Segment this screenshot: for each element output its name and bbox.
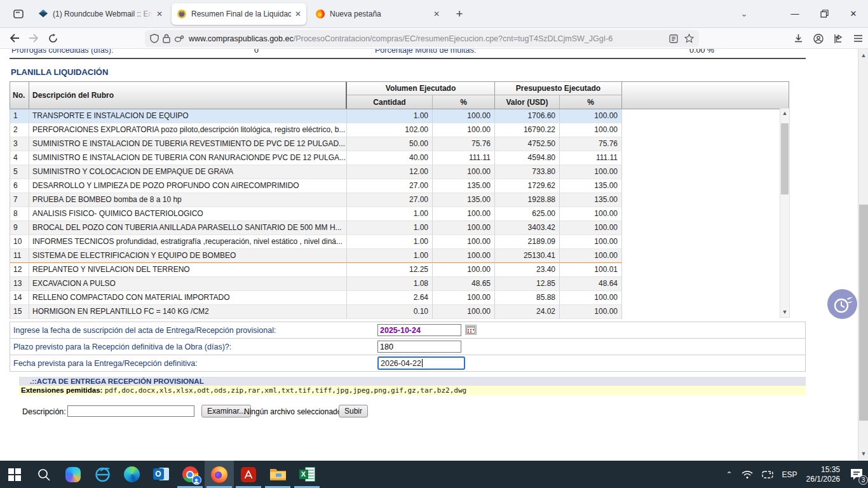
page-scroll-up-icon[interactable]: ▲ [859,51,868,60]
fecha-suscripcion-input[interactable] [377,324,461,336]
reload-icon[interactable] [43,30,62,46]
fecha-prevista-value: 2026-04-22 [381,359,421,368]
table-row[interactable]: 11 SISTEMA DE ELECTRIFICACION Y EQUIPO D… [10,249,789,263]
page-scrollbar-thumb[interactable] [859,205,868,421]
window-close-button[interactable]: ✕ [839,0,868,28]
taskbar-acrobat-icon[interactable] [234,461,263,488]
forward-icon[interactable] [24,30,43,46]
cell-valor-usd: 25130.41 [495,249,560,263]
fecha-prevista-input[interactable]: 2026-04-22 [377,356,465,370]
taskbar-search-icon[interactable] [29,461,58,488]
cell-volumen-pct: 100.00 [433,109,495,123]
cell-presupuesto-pct: 100.00 [560,305,622,319]
tracking-shield-icon[interactable] [150,34,159,43]
lock-icon[interactable] [163,34,170,43]
taskbar-chrome-icon[interactable] [175,461,205,488]
table-row[interactable]: 10 INFORMES TECNICOS profundidad, estrat… [10,235,789,249]
extensions-icon[interactable] [834,34,843,44]
firefox-view-icon[interactable] [8,4,29,24]
tab-title: Nueva pestaña [330,10,430,18]
scroll-up-icon[interactable]: ▲ [780,109,789,118]
plazo-input[interactable] [377,341,461,353]
bookmark-star-icon[interactable] [684,34,694,43]
table-row[interactable]: 6 DESARROLLO Y LIMPIEZA DE POZO PROFUNDO… [10,179,789,193]
tab-close-icon[interactable]: ✕ [433,10,440,18]
taskbar-start-icon[interactable] [0,461,29,488]
cell-volumen-pct: 100.00 [433,249,495,263]
cell-presupuesto-pct: 75.76 [560,137,622,151]
permissions-icon[interactable] [174,35,184,43]
ecuador-favicon-icon [177,9,187,19]
cell-cantidad: 0.10 [347,305,433,319]
browser-tab-bar: (1) Roundcube Webmail :: Entra ✕ Resumen… [0,0,868,28]
cell-descripcion: RELLENO COMPACTADO CON MATERIAL IMPORTAD… [29,291,347,305]
cell-presupuesto-pct: 48.64 [560,277,622,291]
window-minimize-button[interactable]: — [780,0,810,28]
taskbar-edge-icon[interactable] [117,461,146,488]
cell-no: 6 [10,179,29,193]
notifications-icon[interactable]: 3 [849,466,865,483]
cell-descripcion: REPLANTEO Y NIVELACION DEL TERRENO [29,263,347,277]
descripcion-input[interactable] [67,405,194,417]
scroll-down-icon[interactable]: ▼ [780,308,789,317]
cell-cantidad: 1.08 [347,277,433,291]
wifi-icon[interactable] [742,470,753,479]
taskbar-outlook-icon[interactable]: O [146,461,175,488]
subir-button[interactable]: Subir [339,405,368,417]
cell-cantidad: 2.64 [347,291,433,305]
cell-no: 7 [10,193,29,207]
taskbar-internet-explorer-icon[interactable] [88,461,117,488]
table-row[interactable]: 2 PERFORACIONES EXPLORATORIA pozo piloto… [10,123,789,137]
reader-mode-icon[interactable] [669,34,678,43]
taskbar-copilot-icon[interactable] [58,461,88,488]
column-header-cantidad: Cantidad [347,95,433,109]
cell-cantidad: 50.00 [347,137,433,151]
text-caret [422,359,423,367]
tab-roundcube-webmail[interactable]: (1) Roundcube Webmail :: Entra ✕ [33,3,168,25]
tab-resumen-liquidacion[interactable]: Resumen Final de la Liquidación ✕ [172,3,306,25]
tab-close-icon[interactable]: ✕ [295,10,301,18]
cell-volumen-pct: 100.00 [433,221,495,235]
url-bar[interactable]: www.compraspublicas.gob.ec/ProcesoContra… [145,30,699,47]
clock[interactable]: 15:35 26/1/2026 [806,465,840,484]
table-scrollbar[interactable]: ▲ ▼ [780,108,790,318]
taskbar-excel-icon[interactable]: X [292,461,322,488]
downloads-icon[interactable] [794,34,803,43]
table-row[interactable]: 15 HORMIGON EN REPLANTILLO FC = 140 KG /… [10,305,789,319]
calendar-icon[interactable] [465,325,477,335]
table-row[interactable]: 7 PRUEBA DE BOMBEO bomba de 8 a 10 hp 27… [10,193,789,207]
page-scrollbar[interactable]: ▲ ▼ [858,49,868,461]
back-icon[interactable] [5,30,24,46]
cell-descripcion: DESARROLLO Y LIMPIEZA DE POZO PROFUNDO C… [29,179,347,193]
taskbar-file-explorer-icon[interactable] [263,461,292,488]
table-row[interactable]: 14 RELLENO COMPACTADO CON MATERIAL IMPOR… [10,291,789,305]
tab-nueva-pestana[interactable]: Nueva pestaña ✕ [310,3,445,25]
cell-descripcion: HORMIGON EN REPLANTILLO FC = 140 KG /CM2 [29,305,347,319]
column-header-pct-presupuesto: % [560,95,622,109]
screen: (1) Roundcube Webmail :: Entra ✕ Resumen… [0,0,868,488]
window-restore-button[interactable] [810,0,839,28]
language-indicator[interactable]: ESP [782,470,797,479]
cell-presupuesto-pct: 135.00 [560,193,622,207]
table-row[interactable]: 8 ANALISIS FISICO- QUIMICO BACTERIOLOGIC… [10,207,789,221]
table-row[interactable]: 5 SUMINISTRO Y COLOCACION DE EMPAQUE DE … [10,165,789,179]
page-scroll-down-icon[interactable]: ▼ [859,449,868,459]
account-icon[interactable] [813,34,824,44]
table-row[interactable]: 9 BROCAL DEL POZO CON TUBERIA ANILLADA P… [10,221,789,235]
table-row[interactable]: 12 REPLANTEO Y NIVELACION DEL TERRENO 12… [10,263,789,277]
tray-expand-icon[interactable]: ⌃ [726,470,733,479]
taskbar-firefox-icon[interactable] [205,461,234,488]
table-row[interactable]: 13 EXCAVACION A PULSO 1.08 48.65 12.85 4… [10,277,789,291]
tab-close-icon[interactable]: ✕ [156,10,163,18]
new-tab-button[interactable]: + [450,4,469,24]
list-all-tabs-icon[interactable]: ⌄ [733,9,755,18]
floating-timer-badge-icon[interactable] [827,289,857,319]
cell-volumen-pct: 100.00 [433,263,495,277]
table-scrollbar-thumb[interactable] [781,123,789,194]
table-row[interactable]: 4 SUMINISTRO E INSTALACION DE TUBERIA CO… [10,151,789,165]
cell-volumen-pct: 100.00 [433,123,495,137]
display-cast-icon[interactable] [762,470,773,479]
table-row[interactable]: 1 TRANSPORTE E INSTALACION DE EQUIPO 1.0… [10,109,789,123]
table-row[interactable]: 3 SUMINISTRO E INSTALACION DE TUBERIA RE… [10,137,789,151]
menu-hamburger-icon[interactable] [853,34,863,43]
